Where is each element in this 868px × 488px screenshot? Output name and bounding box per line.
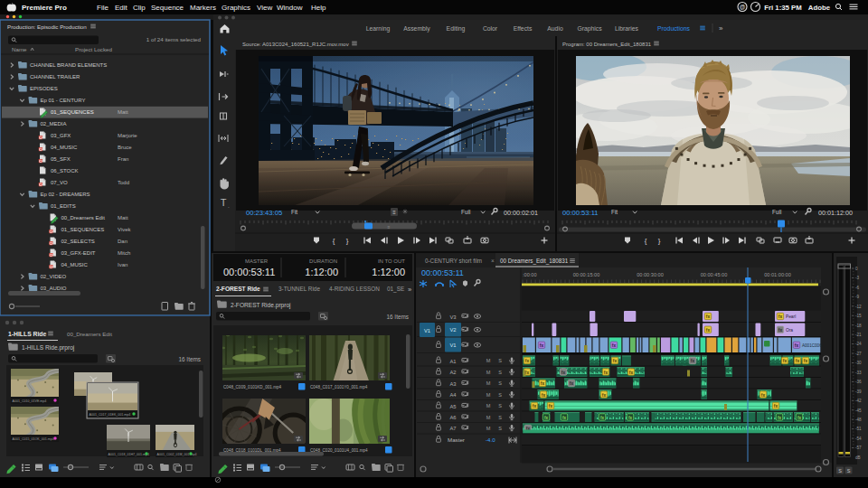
svg-text:»: » xyxy=(408,286,411,294)
svg-text:01_SE: 01_SE xyxy=(387,286,404,293)
svg-text:M: M xyxy=(486,380,491,386)
svg-text:-15: -15 xyxy=(855,314,862,318)
svg-text:-54: -54 xyxy=(855,436,862,441)
svg-text:S: S xyxy=(498,415,502,420)
svg-text:Program: 00 Dreamers_Edit_1808: Program: 00 Dreamers_Edit_180831 xyxy=(562,42,652,47)
svg-text:-30: -30 xyxy=(855,361,862,365)
svg-text:Ivan: Ivan xyxy=(118,262,127,267)
svg-text:00:01:12:00: 00:01:12:00 xyxy=(818,209,853,217)
svg-text:S: S xyxy=(498,426,502,431)
svg-text:fx: fx xyxy=(778,314,783,319)
svg-text:fx: fx xyxy=(628,416,633,420)
svg-text:fx: fx xyxy=(613,359,618,363)
svg-text:fx: fx xyxy=(533,404,537,408)
svg-text:Adobe: Adobe xyxy=(808,4,831,12)
svg-text:Dan: Dan xyxy=(118,239,127,244)
svg-text:-57: -57 xyxy=(855,446,862,450)
svg-text:-33: -33 xyxy=(855,371,862,375)
svg-text:fx: fx xyxy=(540,343,544,348)
svg-text:Full: Full xyxy=(772,209,781,215)
svg-text:-39: -39 xyxy=(855,389,862,394)
svg-text:S: S xyxy=(498,403,502,408)
svg-text:A3: A3 xyxy=(449,381,456,387)
svg-text:fx: fx xyxy=(706,328,711,333)
svg-text:-51: -51 xyxy=(855,427,862,431)
svg-text:T: T xyxy=(221,197,227,208)
svg-text:00_Dreamers Edit: 00_Dreamers Edit xyxy=(67,331,112,337)
svg-text:Edit: Edit xyxy=(115,4,128,12)
svg-text:16 Items: 16 Items xyxy=(178,356,201,362)
svg-text:Productions: Productions xyxy=(657,25,690,32)
svg-text:1:12:00: 1:12:00 xyxy=(305,267,338,277)
svg-text:1-HILLS Ride: 1-HILLS Ride xyxy=(8,331,47,337)
svg-text:-3: -3 xyxy=(855,276,860,280)
svg-text:07_VO: 07_VO xyxy=(51,180,68,185)
svg-text:04_MUSIC: 04_MUSIC xyxy=(51,145,78,150)
svg-text:IN TO OUT: IN TO OUT xyxy=(378,258,405,264)
svg-text:DURATION: DURATION xyxy=(309,258,337,264)
svg-text:A001_C015_01OK_001.mp4: A001_C015_01OK_001.mp4 xyxy=(13,437,54,441)
svg-text:-12: -12 xyxy=(855,305,862,309)
svg-text:S: S xyxy=(498,358,502,363)
svg-text:Source: A013C024_160521_R1JC.m: Source: A013C024_160521_R1JC.mov.mov xyxy=(242,42,349,47)
svg-text:00:00:53:11: 00:00:53:11 xyxy=(562,209,599,217)
svg-text:03_AUDIO: 03_AUDIO xyxy=(41,286,67,291)
svg-text:00:00:30:00: 00:00:30:00 xyxy=(637,272,664,277)
svg-text:-21: -21 xyxy=(855,333,862,337)
svg-text:Fri 1:35 PM: Fri 1:35 PM xyxy=(764,4,802,12)
svg-text:V1: V1 xyxy=(424,328,430,333)
svg-text:}: } xyxy=(346,237,349,245)
svg-text:×: × xyxy=(491,258,495,264)
svg-text:02_MEDIA: 02_MEDIA xyxy=(41,121,67,127)
svg-text:00:00:45:00: 00:00:45:00 xyxy=(701,272,728,277)
svg-text:M: M xyxy=(486,358,491,363)
svg-text:1 of 24 items selected: 1 of 24 items selected xyxy=(146,36,202,42)
svg-text:Premiere Pro: Premiere Pro xyxy=(22,4,67,12)
svg-text:File: File xyxy=(97,4,108,12)
svg-text:Matt: Matt xyxy=(118,109,128,115)
svg-text:fx: fx xyxy=(549,404,553,408)
svg-text:Graphics: Graphics xyxy=(222,4,250,12)
svg-text:fx: fx xyxy=(612,343,617,348)
svg-text:Ep 01 - CENTURY: Ep 01 - CENTURY xyxy=(41,98,86,103)
svg-text:MASTER: MASTER xyxy=(245,258,269,264)
svg-text:Marjorie: Marjorie xyxy=(118,133,137,138)
svg-text:fx: fx xyxy=(544,416,549,420)
svg-text:Full: Full xyxy=(461,209,470,215)
svg-text:00:00:02:01: 00:00:02:01 xyxy=(504,209,538,217)
svg-text:-18: -18 xyxy=(855,324,862,328)
svg-text:00:23:43:05: 00:23:43:05 xyxy=(246,209,282,217)
svg-text:fx: fx xyxy=(525,359,530,363)
svg-text:-45: -45 xyxy=(855,408,862,413)
svg-text:C048_C017_0101Y0_001.mp4: C048_C017_0101Y0_001.mp4 xyxy=(310,385,368,389)
svg-text:V1: V1 xyxy=(449,343,456,348)
svg-text:M: M xyxy=(486,370,491,375)
svg-text:1:12:00: 1:12:00 xyxy=(372,267,405,277)
svg-text:@: @ xyxy=(740,4,746,10)
svg-text:A2: A2 xyxy=(449,370,456,375)
svg-text:-6: -6 xyxy=(855,286,860,290)
svg-text:2-FOREST Ride: 2-FOREST Ride xyxy=(216,286,260,292)
svg-text:-24: -24 xyxy=(855,342,862,346)
svg-text:fx: fx xyxy=(796,359,800,363)
svg-text:Mitch: Mitch xyxy=(118,250,130,256)
svg-text:fx: fx xyxy=(562,416,567,420)
svg-text:00 Dreamers_Edit_180831: 00 Dreamers_Edit_180831 xyxy=(500,258,569,265)
svg-text:01_SEQUENCES: 01_SEQUENCES xyxy=(61,227,105,232)
svg-text:-4.0: -4.0 xyxy=(486,436,495,443)
svg-text:05_SFX: 05_SFX xyxy=(51,156,71,162)
svg-text:Help: Help xyxy=(311,4,326,12)
svg-text:fx: fx xyxy=(761,393,766,398)
svg-text:Ep 02 - DREAMERS: Ep 02 - DREAMERS xyxy=(41,192,90,197)
svg-text:S: S xyxy=(498,392,502,398)
svg-text:EPISODES: EPISODES xyxy=(30,86,58,91)
svg-text:A7: A7 xyxy=(449,426,456,431)
svg-text:M: M xyxy=(486,415,491,420)
svg-text:A001_C017_01EK_001.mp4: A001_C017_01EK_001.mp4 xyxy=(90,413,131,417)
svg-text:A4: A4 xyxy=(449,392,457,398)
svg-text:C048_C018_0101DL_001.mp4: C048_C018_0101DL_001.mp4 xyxy=(223,448,281,453)
svg-text:}: } xyxy=(658,237,661,245)
svg-text:≡: ≡ xyxy=(392,210,396,215)
svg-text:Audio: Audio xyxy=(547,25,563,32)
svg-text:00:00:53:11: 00:00:53:11 xyxy=(421,268,464,277)
